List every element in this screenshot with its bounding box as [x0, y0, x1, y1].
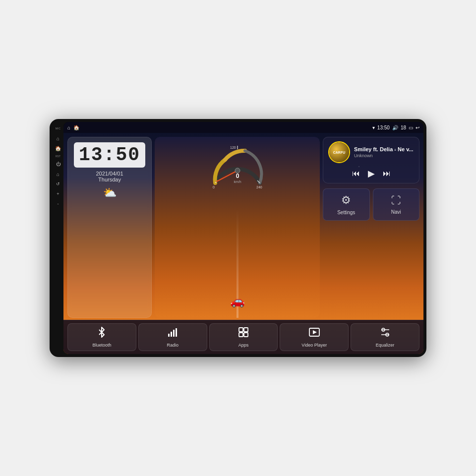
clock-time: 13:50 — [74, 142, 145, 168]
settings-tile[interactable]: ⚙ Settings — [323, 188, 370, 221]
radio-label: Radio — [167, 343, 178, 348]
navi-tile[interactable]: ⛶ Navi — [373, 188, 420, 221]
side-controls: MIC ⌂ 🏠 RST ⏻ ⌂ ↺ + - — [53, 122, 63, 354]
svg-rect-15 — [244, 328, 248, 332]
house-side-btn[interactable]: 🏠 — [55, 145, 61, 152]
rst-label: RST — [56, 155, 60, 158]
status-time: 13:50 — [377, 125, 390, 130]
back-icon[interactable]: ↩ — [416, 125, 419, 130]
bluetooth-button[interactable]: Bluetooth — [67, 323, 136, 351]
apps-icon — [238, 327, 249, 341]
radio-button[interactable]: Radio — [138, 323, 207, 351]
svg-rect-12 — [173, 330, 175, 337]
svg-marker-19 — [313, 330, 317, 334]
back-side-btn[interactable]: ↺ — [55, 180, 61, 187]
speedometer-widget: 🚗 — [155, 137, 320, 318]
status-bar: ⌂ 🏠 ▾ 13:50 🔊 18 ▭ ↩ — [63, 122, 423, 133]
home2-side-btn[interactable]: ⌂ — [55, 171, 61, 178]
main-content: 13:50 2021/04/01 Thursday ⛅ — [63, 133, 423, 354]
bluetooth-icon — [96, 327, 107, 341]
svg-rect-11 — [171, 332, 172, 337]
music-widget: CARFU Smiley ft. Delia - Ne v... Unknown… — [323, 137, 419, 183]
bottom-bar: Bluetooth Radio — [63, 320, 423, 354]
video-player-label: Video Player — [301, 343, 327, 348]
video-player-button[interactable]: Video Player — [280, 323, 349, 351]
bluetooth-label: Bluetooth — [92, 343, 111, 348]
right-column: CARFU Smiley ft. Delia - Ne v... Unknown… — [323, 137, 419, 318]
next-button[interactable]: ⏭ — [383, 169, 391, 178]
svg-rect-16 — [239, 333, 243, 337]
clock-widget: 13:50 2021/04/01 Thursday ⛅ — [67, 137, 152, 318]
svg-text:240: 240 — [256, 185, 262, 189]
vol-up-side-btn[interactable]: + — [55, 190, 61, 197]
svg-text:0: 0 — [236, 173, 239, 179]
navi-icon: ⛶ — [391, 195, 401, 206]
volume-icon: 🔊 — [392, 125, 398, 130]
battery-icon: ▭ — [409, 125, 413, 130]
widgets-row: 13:50 2021/04/01 Thursday ⛅ — [63, 133, 423, 320]
navi-label: Navi — [391, 209, 401, 215]
mic-label: MIC — [56, 127, 61, 130]
play-button[interactable]: ▶ — [368, 168, 375, 179]
house-icon[interactable]: 🏠 — [73, 125, 79, 130]
svg-rect-14 — [239, 328, 243, 332]
apps-button[interactable]: Apps — [209, 323, 278, 351]
screen: ⌂ 🏠 ▾ 13:50 🔊 18 ▭ ↩ — [63, 122, 423, 354]
svg-rect-10 — [168, 334, 170, 337]
music-title: Smiley ft. Delia - Ne v... — [354, 146, 414, 152]
volume-level: 18 — [401, 125, 406, 130]
settings-label: Settings — [337, 210, 355, 215]
album-art: CARFU — [328, 141, 350, 163]
home-side-btn[interactable]: ⌂ — [55, 135, 61, 142]
svg-text:km/h: km/h — [234, 180, 241, 183]
svg-rect-17 — [244, 333, 248, 337]
equalizer-label: Equalizer — [376, 343, 395, 348]
equalizer-button[interactable]: Equalizer — [351, 323, 419, 351]
prev-button[interactable]: ⏮ — [352, 169, 360, 178]
clock-date: 2021/04/01 Thursday — [96, 171, 123, 182]
equalizer-icon — [380, 327, 391, 341]
svg-text:0: 0 — [213, 185, 215, 189]
apps-label: Apps — [238, 343, 249, 348]
album-logo: CARFU — [329, 142, 349, 162]
video-player-icon — [309, 327, 320, 341]
speedo-gauge: 0 120 240 0 km/h — [208, 141, 267, 192]
power-side-btn[interactable]: ⏻ — [55, 161, 61, 168]
svg-text:120: 120 — [230, 146, 236, 149]
music-info: Smiley ft. Delia - Ne v... Unknown — [354, 146, 414, 158]
wifi-icon: ▾ — [372, 125, 375, 130]
settings-navi-row: ⚙ Settings ⛶ Navi — [323, 188, 419, 221]
weather-icon: ⛅ — [103, 186, 117, 199]
vol-down-side-btn[interactable]: - — [55, 200, 61, 207]
svg-rect-13 — [176, 328, 177, 337]
radio-icon — [167, 327, 178, 341]
music-artist: Unknown — [354, 153, 414, 158]
music-controls: ⏮ ▶ ⏭ — [328, 168, 414, 179]
music-top: CARFU Smiley ft. Delia - Ne v... Unknown — [328, 141, 414, 163]
settings-icon: ⚙ — [341, 194, 351, 207]
car-head-unit: MIC ⌂ 🏠 RST ⏻ ⌂ ↺ + - ⌂ 🏠 ▾ 13:50 🔊 18 ▭… — [50, 119, 426, 357]
car-icon: 🚗 — [230, 294, 245, 308]
home-icon[interactable]: ⌂ — [67, 125, 70, 130]
